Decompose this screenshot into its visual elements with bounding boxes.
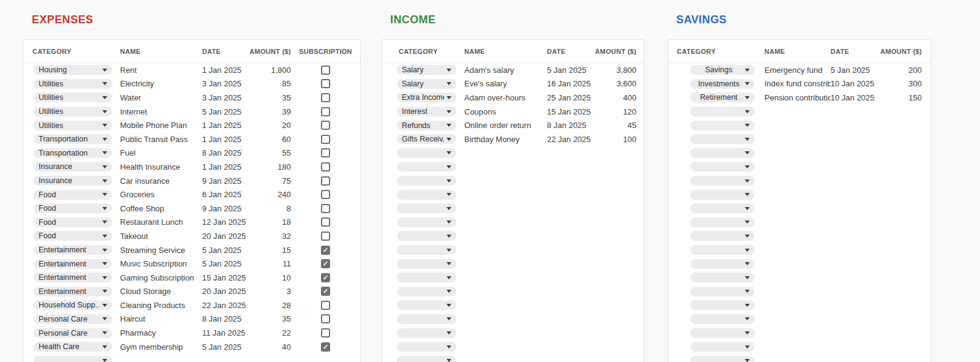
date-cell[interactable]: 8 Jan 2025 (202, 148, 246, 157)
subscription-checkbox[interactable] (321, 190, 330, 199)
category-dropdown[interactable] (690, 231, 755, 241)
category-dropdown[interactable]: Food (34, 231, 112, 241)
date-cell[interactable]: 8 Jan 2025 (547, 121, 591, 130)
amount-cell[interactable]: 18 (246, 217, 291, 227)
name-cell[interactable]: Fuel (120, 148, 202, 157)
category-dropdown[interactable] (690, 203, 755, 213)
category-dropdown[interactable] (690, 245, 755, 255)
category-dropdown[interactable]: Retirement (690, 92, 755, 102)
category-dropdown[interactable]: Entertainment (34, 259, 112, 269)
amount-cell[interactable]: 8 (246, 204, 291, 213)
name-cell[interactable]: Index fund constribution (764, 79, 831, 88)
subscription-checkbox[interactable] (321, 148, 330, 157)
date-cell[interactable]: 6 Jan 2025 (202, 190, 246, 199)
name-cell[interactable]: Water (120, 93, 202, 102)
category-dropdown[interactable] (690, 300, 755, 310)
subscription-checkbox[interactable] (321, 217, 330, 227)
category-dropdown[interactable]: Insurance (34, 176, 112, 186)
name-cell[interactable]: Adam over-hours (464, 93, 547, 102)
category-dropdown[interactable]: Entertainment (34, 287, 112, 296)
name-cell[interactable]: Emergency fund (764, 66, 831, 75)
name-cell[interactable]: Streaming Service (120, 246, 202, 255)
category-dropdown[interactable] (397, 190, 456, 200)
name-cell[interactable]: Coffee Shop (120, 204, 202, 213)
category-dropdown[interactable] (690, 162, 755, 172)
date-cell[interactable]: 1 Jan 2025 (202, 121, 246, 130)
amount-cell[interactable]: 180 (246, 162, 291, 172)
subscription-checkbox[interactable] (321, 314, 330, 323)
amount-cell[interactable]: 55 (246, 148, 291, 157)
subscription-checkbox[interactable] (321, 107, 330, 116)
name-cell[interactable]: Rent (120, 66, 202, 75)
category-dropdown[interactable] (690, 342, 755, 352)
date-cell[interactable]: 1 Jan 2025 (202, 66, 246, 75)
category-dropdown[interactable]: Insurance (34, 162, 112, 172)
date-cell[interactable]: 5 Jan 2025 (202, 342, 246, 352)
category-dropdown[interactable] (397, 342, 456, 352)
date-cell[interactable]: 1 Jan 2025 (202, 135, 246, 144)
amount-cell[interactable]: 11 (246, 259, 291, 268)
subscription-checkbox[interactable] (321, 176, 330, 186)
category-dropdown[interactable]: Extra Income (397, 92, 456, 102)
name-cell[interactable]: Haircut (120, 314, 202, 323)
amount-cell[interactable]: 100 (591, 135, 644, 144)
category-dropdown[interactable] (690, 148, 755, 158)
name-cell[interactable]: Cleaning Products (120, 301, 202, 310)
date-cell[interactable]: 1 Jan 2025 (202, 162, 246, 172)
category-dropdown[interactable] (690, 273, 755, 282)
date-cell[interactable]: 9 Jan 2025 (202, 176, 246, 186)
date-cell[interactable]: 15 Jan 2025 (547, 107, 591, 116)
subscription-checkbox[interactable] (321, 287, 330, 296)
name-cell[interactable]: Mobile Phone Plan (120, 121, 202, 130)
name-cell[interactable]: Birthday Money (464, 135, 547, 144)
category-dropdown[interactable]: Investments (690, 79, 755, 89)
amount-cell[interactable]: 35 (246, 314, 291, 323)
subscription-checkbox[interactable] (321, 66, 330, 75)
amount-cell[interactable]: 32 (246, 232, 291, 241)
category-dropdown[interactable] (397, 314, 456, 324)
category-dropdown[interactable] (397, 231, 456, 241)
name-cell[interactable]: Music Subscription (120, 259, 202, 268)
name-cell[interactable]: Health Insurance (120, 162, 202, 172)
category-dropdown[interactable]: Utilities (34, 121, 112, 130)
name-cell[interactable]: Pharmacy (120, 328, 202, 337)
subscription-checkbox[interactable] (321, 328, 330, 337)
category-dropdown[interactable] (690, 121, 755, 130)
amount-cell[interactable]: 15 (246, 246, 291, 255)
category-dropdown[interactable]: Entertainment (34, 245, 112, 255)
category-dropdown[interactable]: Savings (690, 65, 755, 75)
name-cell[interactable]: Pension contribution (764, 93, 831, 102)
category-dropdown[interactable] (690, 314, 755, 324)
category-dropdown[interactable] (397, 356, 456, 362)
amount-cell[interactable]: 39 (246, 107, 291, 116)
category-dropdown[interactable]: Refunds (397, 121, 456, 130)
amount-cell[interactable]: 150 (875, 93, 930, 102)
name-cell[interactable]: Online order return (464, 121, 547, 130)
amount-cell[interactable]: 20 (246, 121, 291, 130)
amount-cell[interactable]: 60 (246, 135, 291, 144)
date-cell[interactable]: 8 Jan 2025 (202, 314, 246, 323)
date-cell[interactable]: 3 Jan 2025 (202, 79, 246, 88)
date-cell[interactable]: 20 Jan 2025 (202, 232, 246, 241)
category-dropdown[interactable] (690, 217, 755, 227)
category-dropdown[interactable]: Utilities (34, 79, 112, 89)
amount-cell[interactable]: 28 (246, 301, 291, 310)
category-dropdown[interactable]: Health Care (34, 342, 112, 352)
subscription-checkbox[interactable] (321, 259, 330, 268)
category-dropdown[interactable]: Food (34, 217, 112, 227)
amount-cell[interactable]: 3,600 (591, 79, 644, 88)
name-cell[interactable]: Restaurant Lunch (120, 217, 202, 227)
category-dropdown[interactable] (34, 356, 112, 362)
date-cell[interactable]: 5 Jan 2025 (831, 66, 875, 75)
category-dropdown[interactable] (397, 162, 456, 172)
amount-cell[interactable]: 85 (246, 79, 291, 88)
category-dropdown[interactable]: Housing (34, 65, 112, 75)
date-cell[interactable]: 10 Jan 2025 (831, 93, 875, 102)
category-dropdown[interactable]: Household Supp... (34, 300, 112, 310)
date-cell[interactable]: 3 Jan 2025 (202, 93, 246, 102)
name-cell[interactable]: Gaming Subscription (120, 273, 202, 282)
date-cell[interactable]: 25 Jan 2025 (547, 93, 591, 102)
category-dropdown[interactable] (397, 176, 456, 186)
subscription-checkbox[interactable] (321, 273, 330, 282)
name-cell[interactable]: Takeout (120, 232, 202, 241)
